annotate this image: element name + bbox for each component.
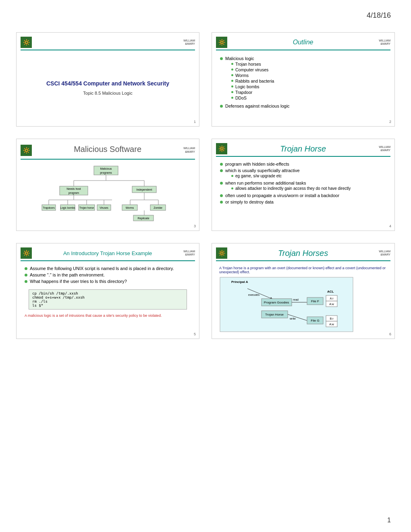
bullet-malicious	[220, 57, 223, 60]
sub-rabbits: Rabbits and bacteria	[231, 79, 274, 83]
slide-5-wm: WILLIAM&MARY	[183, 250, 195, 257]
slide4-item-3: when run performs some additional tasks …	[220, 181, 386, 191]
svg-text:Principal A: Principal A	[231, 280, 248, 284]
slide-3: 🔆 Malicious Software WILLIAM&MARY Malici…	[16, 139, 199, 231]
bullet-ddos	[231, 97, 233, 99]
sub-trapdoor: Trapdoor	[231, 90, 274, 95]
outline-sub-list: Trojan horses Computer viruses Worms Rab…	[225, 62, 274, 100]
slide4-item-2: which is usually superficially attractiv…	[220, 168, 386, 179]
slide-1-number: 1	[194, 120, 196, 124]
page-date: 4/18/16	[367, 11, 391, 20]
slide-2-title: Outline	[227, 39, 379, 46]
svg-text:Zombie: Zombie	[154, 206, 162, 209]
slide-4: 🔆 Trojan Horse WILLIAM&MARY program with…	[212, 139, 395, 231]
slide-6-wm: WILLIAM&MARY	[379, 250, 390, 257]
slide4-sub-2-1: eg game, s/w upgrade etc	[231, 174, 300, 178]
slide-5-note: A malicious logic is a set of intrusions…	[21, 312, 195, 319]
svg-text:Worms: Worms	[125, 206, 134, 209]
svg-text:File G: File G	[311, 319, 319, 322]
sub-logic-bombs: Logic bombs	[231, 84, 274, 89]
slide-4-list: program with hidden side-effects which i…	[216, 160, 390, 208]
slide4-item-5: or simply to destroy data	[220, 200, 386, 204]
outline-item-defenses: Defenses against malicious logic	[220, 104, 386, 108]
svg-text:Malicious: Malicious	[100, 167, 112, 170]
slide-3-title: Malicious Software	[74, 143, 141, 157]
svg-text:program: program	[68, 191, 79, 195]
bullet-worms	[231, 74, 233, 76]
sub-worms: Worms	[231, 73, 274, 78]
slide-3-number: 3	[194, 224, 196, 228]
svg-text:Logic bombs: Logic bombs	[60, 206, 75, 210]
slide-2-wm: WILLIAM&MARY	[379, 39, 390, 46]
slide-1-subtitle: Topic 8.5 Malicious Logic	[83, 91, 132, 96]
svg-text:A:w: A:w	[329, 323, 334, 326]
slide-3-wm: WILLIAM&MARY	[183, 147, 195, 154]
bullet-viruses	[231, 69, 233, 71]
svg-text:write: write	[289, 317, 296, 320]
slide-1-wm: WILLIAM&MARY	[183, 39, 195, 46]
slide-3-header: 🔆 Malicious Software WILLIAM&MARY	[21, 143, 195, 160]
slide5-item-3: What happens if the user tries to ls thi…	[25, 279, 191, 284]
bullet-s4-2	[220, 169, 223, 172]
slide4-item-4: often used to propagate a virus/worm or …	[220, 193, 386, 198]
bullet-s4-5	[220, 201, 223, 204]
slide-2-header: 🔆 Outline WILLIAM&MARY	[216, 37, 390, 50]
sub-ddos: DDoS	[231, 96, 274, 100]
slide5-item-2: Assume "." is in the path environment.	[25, 272, 191, 277]
slide-5-header: 🔆 An Introductory Trojan Horse Example W…	[21, 247, 195, 261]
slide-1-content: CSCI 454/554 Computer and Network Securi…	[21, 54, 195, 122]
slide-4-logo: 🔆	[216, 143, 227, 154]
svg-text:read: read	[293, 298, 299, 301]
outline-defenses-text: Defenses against malicious logic	[225, 104, 290, 108]
slide4-sub-3: allows attacker to indirectly gain acces…	[225, 186, 351, 191]
svg-text:Independent: Independent	[136, 188, 152, 191]
slide-1-title: CSCI 454/554 Computer and Network Securi…	[46, 80, 169, 87]
svg-text:A:w: A:w	[329, 303, 334, 305]
slide-4-wm: WILLIAM&MARY	[379, 145, 390, 152]
bullet-defenses	[220, 105, 223, 108]
sub-viruses: Computer viruses	[231, 67, 274, 72]
svg-text:File F: File F	[311, 299, 319, 303]
slide-5-logo: 🔆	[21, 247, 32, 259]
slide-4-header: 🔆 Trojan Horse WILLIAM&MARY	[216, 143, 390, 157]
svg-text:Program Goodies: Program Goodies	[264, 301, 289, 304]
slide-1-logo: 🔆	[21, 37, 32, 48]
svg-text:Viruses: Viruses	[100, 206, 108, 209]
bullet-s4-3	[220, 182, 223, 185]
bullet-s4-s3-1	[231, 187, 233, 189]
slide-1: 🔆 WILLIAM&MARY CSCI 454/554 Computer and…	[16, 32, 199, 127]
slides-grid: 🔆 WILLIAM&MARY CSCI 454/554 Computer and…	[0, 0, 411, 355]
slide-5-number: 5	[194, 332, 196, 336]
slide4-sub-2: eg game, s/w upgrade etc	[225, 174, 300, 178]
slide-3-logo: 🔆	[21, 145, 32, 156]
svg-text:Replicate: Replicate	[137, 217, 149, 220]
slide-6-number: 6	[389, 332, 391, 336]
bullet-s5-2	[25, 274, 27, 276]
slide-6-logo: 🔆	[216, 247, 227, 259]
bullet-s4-1	[220, 163, 223, 166]
slide-4-title: Trojan Horse	[280, 144, 326, 153]
bullet-s4-4	[220, 194, 223, 197]
slide-5-list: Assume the following UNIX script is name…	[21, 264, 195, 287]
slide-3-tree: Malicious programs Needs host program In…	[21, 163, 195, 227]
slide-2-logo: 🔆	[216, 37, 227, 48]
slide-6-intro: A Trojan horse is a program with an over…	[219, 266, 387, 274]
outline-item-malicious: Malicious logic Trojan horses Computer v…	[220, 56, 386, 101]
page-bottom-number: 1	[387, 517, 391, 524]
slide-6: 🔆 Trojan Horses WILLIAM&MARY A Trojan ho…	[212, 243, 395, 339]
slide-5-code: cp /bin/sh /tmp/.xxsh chmod o+s+w+x /tmp…	[29, 289, 187, 310]
svg-text:ACL: ACL	[327, 290, 334, 293]
svg-text:Trojan Horse: Trojan Horse	[265, 313, 284, 316]
slide-2-number: 2	[389, 120, 391, 124]
slide-2-list: Malicious logic Trojan horses Computer v…	[216, 54, 390, 112]
slide-5: 🔆 An Introductory Trojan Horse Example W…	[16, 243, 199, 339]
sub-trojan: Trojan horses	[231, 62, 274, 66]
bullet-trojan	[231, 63, 233, 65]
outline-malicious-text: Malicious logic	[225, 56, 254, 61]
svg-text:Needs host: Needs host	[66, 187, 81, 190]
slide4-item-1: program with hidden side-effects	[220, 162, 386, 166]
bullet-logic-bombs	[231, 85, 233, 87]
svg-text:Trapdoors: Trapdoors	[43, 206, 55, 210]
slide-6-content: A Trojan horse is a program with an over…	[216, 264, 390, 335]
bullet-trapdoor	[231, 91, 233, 93]
